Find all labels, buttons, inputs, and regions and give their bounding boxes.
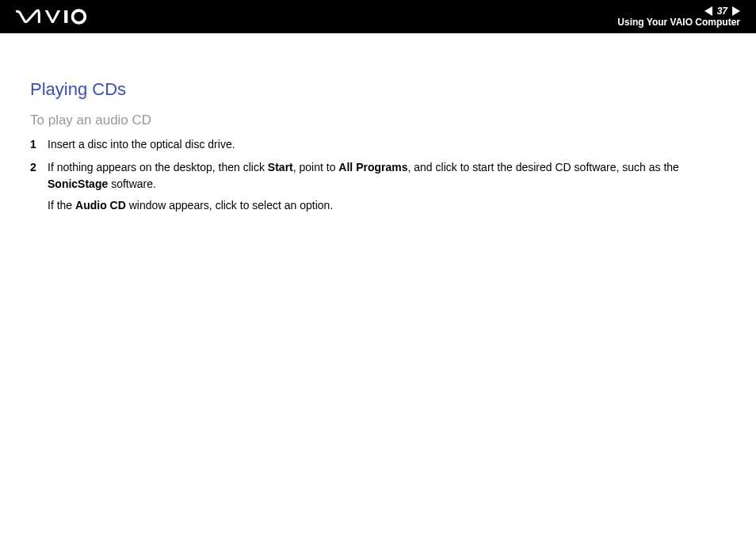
header-bar: 37 Using Your VAIO Computer [0, 0, 756, 33]
content-area: Playing CDs To play an audio CD 1 Insert… [0, 33, 756, 214]
step-1: 1 Insert a disc into the optical disc dr… [30, 136, 726, 153]
bold-sonicstage: SonicStage [48, 177, 108, 190]
page-subtitle: To play an audio CD [30, 113, 726, 128]
step-number: 1 [30, 136, 48, 153]
step-number: 2 [30, 159, 48, 214]
step-text-part: If nothing appears on the desktop, then … [48, 161, 268, 174]
note-text-part: window appears, click to select an optio… [126, 199, 333, 212]
bold-audio-cd: Audio CD [75, 199, 126, 212]
prev-page-icon[interactable] [704, 6, 712, 16]
svg-point-1 [73, 10, 86, 23]
note-text-part: If the [48, 199, 75, 212]
header-right: 37 Using Your VAIO Computer [617, 6, 740, 28]
section-title: Using Your VAIO Computer [617, 17, 740, 28]
page-title: Playing CDs [30, 79, 726, 100]
step-2: 2 If nothing appears on the desktop, the… [30, 159, 726, 214]
next-page-icon[interactable] [732, 6, 740, 16]
page-nav: 37 [704, 6, 740, 17]
bold-start: Start [268, 161, 293, 174]
bold-all-programs: All Programs [338, 161, 407, 174]
step-body: If nothing appears on the desktop, then … [48, 159, 726, 214]
step-text-part: software. [108, 177, 156, 190]
step-text-part: , point to [293, 161, 339, 174]
step-text-part: , and click to start the desired CD soft… [408, 161, 679, 174]
svg-rect-0 [64, 10, 67, 23]
step-note: If the Audio CD window appears, click to… [48, 197, 726, 214]
step-body: Insert a disc into the optical disc driv… [48, 136, 726, 153]
vaio-logo [16, 8, 103, 25]
page-number: 37 [717, 6, 727, 17]
step-text: Insert a disc into the optical disc driv… [48, 138, 235, 151]
